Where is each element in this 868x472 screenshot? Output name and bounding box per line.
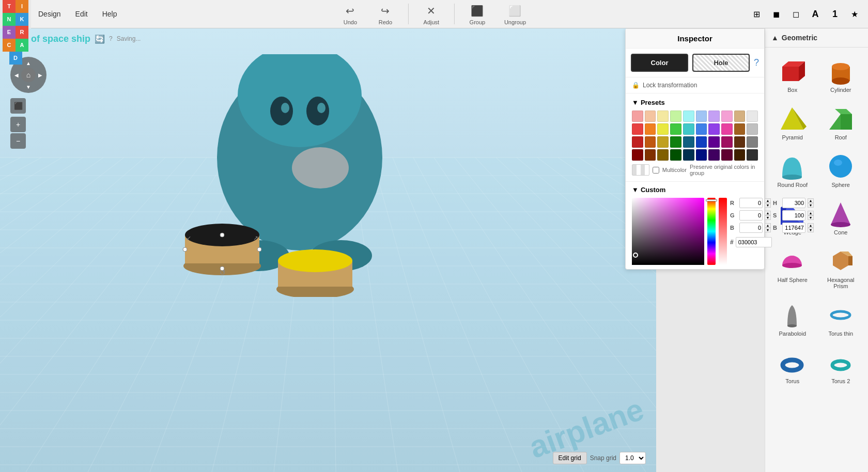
alpha-picker[interactable] bbox=[719, 198, 727, 265]
multicolor-swatch[interactable] bbox=[632, 164, 649, 176]
preset-swatch[interactable] bbox=[708, 123, 720, 135]
nav-right-arrow[interactable]: ▶ bbox=[36, 71, 44, 79]
nav-up-arrow[interactable]: ▲ bbox=[24, 59, 33, 67]
ungroup-button[interactable]: ⬜ Ungroup bbox=[500, 1, 530, 27]
preset-swatch[interactable] bbox=[696, 123, 707, 135]
r-input[interactable] bbox=[739, 198, 763, 208]
preset-swatch[interactable] bbox=[670, 149, 681, 161]
g-down-button[interactable]: ▼ bbox=[765, 215, 771, 220]
preset-swatch[interactable] bbox=[747, 111, 758, 122]
preset-swatch[interactable] bbox=[670, 111, 681, 122]
preset-swatch[interactable] bbox=[683, 111, 694, 122]
logo[interactable]: T I N K E R C A D bbox=[0, 0, 31, 28]
inspector-help-button[interactable]: ? bbox=[754, 57, 759, 68]
r-up-button[interactable]: ▲ bbox=[765, 198, 771, 203]
shape-box[interactable]: Box bbox=[769, 52, 816, 97]
b2-up-button[interactable]: ▲ bbox=[808, 223, 814, 228]
preset-swatch[interactable] bbox=[721, 111, 733, 122]
text-view-button[interactable]: A bbox=[807, 6, 824, 22]
preset-swatch[interactable] bbox=[721, 149, 733, 161]
preset-swatch[interactable] bbox=[683, 149, 694, 161]
g-up-button[interactable]: ▲ bbox=[765, 211, 771, 215]
adjust-button[interactable]: ✕ Adjust bbox=[419, 1, 444, 27]
preset-swatch[interactable] bbox=[670, 136, 681, 148]
b2-input[interactable] bbox=[782, 223, 805, 233]
b2-down-button[interactable]: ▼ bbox=[808, 228, 814, 232]
hole-button[interactable]: Hole bbox=[692, 54, 750, 72]
g-input[interactable] bbox=[739, 210, 763, 221]
custom-chevron[interactable]: ▼ bbox=[632, 186, 639, 194]
shape-torus-thin[interactable]: Torus thin bbox=[818, 295, 864, 341]
preset-swatch[interactable] bbox=[632, 123, 643, 135]
preset-swatch[interactable] bbox=[657, 123, 669, 135]
preset-swatch[interactable] bbox=[645, 111, 656, 122]
preset-swatch[interactable] bbox=[657, 111, 669, 122]
shape-cylinder[interactable]: Cylinder bbox=[818, 52, 864, 97]
hex-input[interactable] bbox=[736, 237, 772, 247]
preset-swatch[interactable] bbox=[747, 123, 758, 135]
grid-view-button[interactable]: ⊞ bbox=[748, 6, 765, 22]
preset-swatch[interactable] bbox=[708, 111, 720, 122]
preset-swatch[interactable] bbox=[747, 149, 758, 161]
edit-grid-button[interactable]: Edit grid bbox=[553, 452, 587, 464]
preset-swatch[interactable] bbox=[645, 136, 656, 148]
h-down-button[interactable]: ▼ bbox=[808, 203, 814, 208]
preset-swatch[interactable] bbox=[657, 149, 669, 161]
preset-swatch[interactable] bbox=[657, 136, 669, 148]
b-down-button[interactable]: ▼ bbox=[765, 228, 771, 232]
refresh-icon[interactable]: 🔄 bbox=[95, 34, 105, 44]
s-down-button[interactable]: ▼ bbox=[808, 215, 814, 220]
lock-transformation[interactable]: 🔒 Lock transformation bbox=[626, 77, 764, 93]
preset-swatch[interactable] bbox=[696, 149, 707, 161]
nav-home-button[interactable]: ⌂ bbox=[21, 68, 36, 82]
r-down-button[interactable]: ▼ bbox=[765, 203, 771, 208]
multicolor-checkbox[interactable] bbox=[653, 167, 659, 174]
shape-torus[interactable]: Torus bbox=[769, 343, 816, 388]
nav-left-arrow[interactable]: ◀ bbox=[12, 71, 21, 79]
group-button[interactable]: ⬛ Group bbox=[465, 1, 490, 27]
undo-button[interactable]: ↩ Undo bbox=[338, 1, 363, 27]
shape-torus-2[interactable]: Torus 2 bbox=[818, 343, 864, 388]
preset-swatch[interactable] bbox=[721, 136, 733, 148]
number-view-button[interactable]: 1 bbox=[827, 6, 843, 22]
preset-swatch[interactable] bbox=[734, 149, 746, 161]
redo-button[interactable]: ↪ Redo bbox=[373, 1, 398, 27]
preset-swatch[interactable] bbox=[734, 136, 746, 148]
shape-roof[interactable]: Roof bbox=[818, 99, 864, 145]
preset-swatch[interactable] bbox=[696, 136, 707, 148]
star-view-button[interactable]: ★ bbox=[846, 6, 863, 22]
zoom-in-button[interactable]: + bbox=[10, 117, 26, 132]
preset-swatch[interactable] bbox=[734, 111, 746, 122]
drum-object-1[interactable]: ↺ ↗ ↙ bbox=[181, 214, 264, 276]
preset-swatch[interactable] bbox=[708, 136, 720, 148]
preset-swatch[interactable] bbox=[696, 111, 707, 122]
preset-swatch[interactable] bbox=[632, 136, 643, 148]
preset-swatch[interactable] bbox=[670, 123, 681, 135]
preset-swatch[interactable] bbox=[683, 136, 694, 148]
preset-swatch[interactable] bbox=[632, 149, 643, 161]
help-menu[interactable]: Help bbox=[95, 0, 125, 28]
snap-grid-select[interactable]: 1.0 0.5 2.0 bbox=[619, 452, 646, 464]
b-input[interactable] bbox=[739, 223, 763, 233]
shape-pyramid[interactable]: Pyramid bbox=[769, 99, 816, 145]
design-menu[interactable]: Design bbox=[31, 0, 68, 28]
zoom-out-button[interactable]: − bbox=[10, 133, 26, 149]
color-button[interactable]: Color bbox=[631, 54, 688, 72]
hue-picker[interactable] bbox=[707, 198, 716, 265]
box-view-button[interactable]: ◼ bbox=[768, 6, 784, 22]
shape-round-roof[interactable]: Round Roof bbox=[769, 147, 816, 192]
shape-cone[interactable]: Cone bbox=[818, 194, 864, 240]
preset-swatch[interactable] bbox=[645, 149, 656, 161]
saturation-picker[interactable] bbox=[632, 198, 704, 265]
help-question[interactable]: ? bbox=[109, 35, 113, 42]
preset-swatch[interactable] bbox=[645, 123, 656, 135]
preset-swatch[interactable] bbox=[734, 123, 746, 135]
edit-menu[interactable]: Edit bbox=[68, 0, 95, 28]
drum-object-2[interactable] bbox=[274, 235, 357, 297]
preset-swatch[interactable] bbox=[708, 149, 720, 161]
viewport[interactable]: ↺ ↗ ↙ airplane Edit grid Snap grid 1.0 0… bbox=[0, 28, 656, 472]
s-input[interactable] bbox=[782, 210, 805, 221]
h-input[interactable] bbox=[782, 198, 805, 208]
s-up-button[interactable]: ▲ bbox=[808, 211, 814, 215]
presets-chevron[interactable]: ▼ bbox=[632, 99, 639, 106]
